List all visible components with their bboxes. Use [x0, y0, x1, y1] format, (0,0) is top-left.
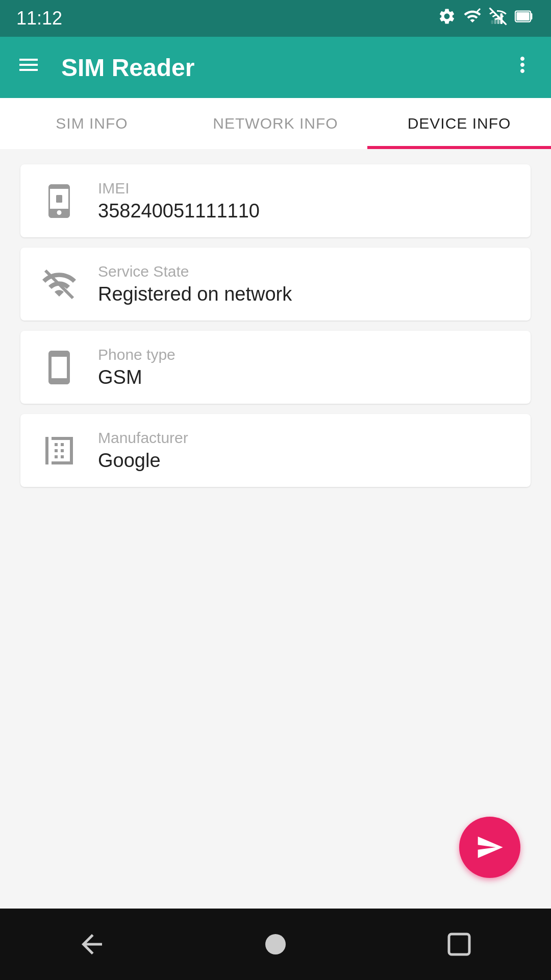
imei-label: IMEI [98, 180, 260, 197]
svg-rect-9 [55, 380, 64, 381]
manufacturer-value: Google [98, 450, 188, 472]
service-state-card: Service State Registered on network [20, 248, 531, 321]
status-bar: 11:12 [0, 0, 551, 37]
menu-button[interactable] [16, 53, 41, 83]
app-title: SIM Reader [61, 54, 490, 82]
status-time: 11:12 [16, 8, 62, 29]
signal-icon [489, 7, 507, 30]
phone-type-label: Phone type [98, 346, 176, 363]
main-content: IMEI 358240051111110 Service State Regis… [0, 149, 551, 512]
settings-icon [438, 7, 456, 30]
fab-send-button[interactable] [459, 817, 520, 878]
tab-network-info[interactable]: NETWORK INFO [184, 98, 367, 149]
svg-rect-1 [500, 13, 503, 24]
imei-card: IMEI 358240051111110 [20, 164, 531, 237]
service-state-value: Registered on network [98, 283, 292, 305]
manufacturer-icon [39, 430, 80, 471]
svg-rect-7 [56, 195, 62, 203]
svg-rect-11 [449, 934, 469, 954]
wifi-signal-icon [39, 264, 80, 305]
imei-value: 358240051111110 [98, 200, 260, 222]
svg-rect-2 [497, 16, 500, 24]
svg-line-0 [477, 9, 480, 12]
svg-rect-6 [516, 12, 530, 21]
phone-type-card: Phone type GSM [20, 331, 531, 404]
svg-point-10 [265, 934, 286, 954]
svg-rect-4 [491, 20, 494, 24]
tab-sim-info[interactable]: SIM INFO [0, 98, 184, 149]
manufacturer-label: Manufacturer [98, 429, 188, 447]
recents-button[interactable] [444, 929, 474, 960]
svg-rect-3 [494, 18, 497, 24]
send-icon [475, 833, 504, 862]
manufacturer-card: Manufacturer Google [20, 414, 531, 487]
wifi-icon [463, 7, 482, 30]
tab-bar: SIM INFO NETWORK INFO DEVICE INFO [0, 98, 551, 149]
phone-type-value: GSM [98, 366, 176, 388]
service-state-label: Service State [98, 263, 292, 280]
smartphone-icon [39, 347, 80, 388]
back-button[interactable] [77, 929, 107, 960]
more-options-button[interactable] [510, 53, 535, 83]
nav-bar [0, 909, 551, 980]
phone-lock-icon [39, 181, 80, 222]
tab-device-info[interactable]: DEVICE INFO [367, 98, 551, 149]
battery-icon [514, 7, 535, 30]
app-bar: SIM Reader [0, 37, 551, 98]
status-icons [438, 7, 535, 30]
home-button[interactable] [260, 929, 291, 960]
